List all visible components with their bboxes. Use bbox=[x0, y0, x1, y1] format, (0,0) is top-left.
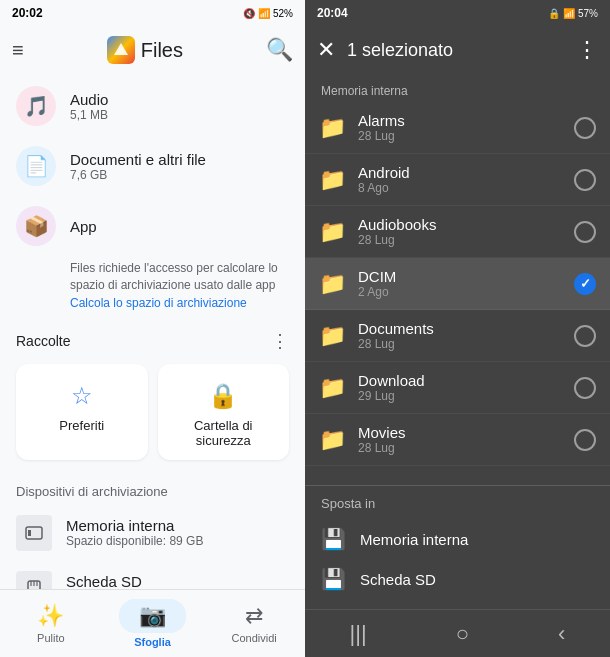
move-to-section: Sposta in 💾 Memoria interna 💾 Scheda SD bbox=[305, 485, 610, 609]
audio-icon: 🎵 bbox=[16, 86, 56, 126]
file-row-dcim[interactable]: 📁 DCIM 2 Ago bbox=[305, 258, 610, 310]
collection-preferiti-label: Preferiti bbox=[59, 418, 104, 433]
file-row-android[interactable]: 📁 Android 8 Ago bbox=[305, 154, 610, 206]
collections-header: Raccolte ⋮ bbox=[0, 318, 305, 358]
move-to-scheda-sd[interactable]: 💾 Scheda SD bbox=[321, 559, 594, 599]
collections-grid: ☆ Preferiti 🔒 Cartella di sicurezza bbox=[0, 358, 305, 472]
collection-cartella-sicurezza[interactable]: 🔒 Cartella di sicurezza bbox=[158, 364, 290, 460]
collection-preferiti[interactable]: ☆ Preferiti bbox=[16, 364, 148, 460]
status-icons-left: 🔇 📶 52% bbox=[243, 8, 293, 19]
file-name-alarms: Alarms bbox=[358, 112, 562, 129]
check-alarms[interactable] bbox=[574, 117, 596, 139]
folder-icon: 📁 bbox=[319, 427, 346, 453]
file-row-alarms[interactable]: 📁 Alarms 28 Lug bbox=[305, 102, 610, 154]
folder-icon: 📁 bbox=[319, 271, 346, 297]
memoria-move-name: Memoria interna bbox=[360, 531, 468, 548]
collections-title: Raccolte bbox=[16, 333, 70, 349]
docs-info: Documenti e altri file 7,6 GB bbox=[70, 151, 289, 182]
menu-icon[interactable]: ≡ bbox=[12, 39, 24, 62]
memoria-interna-icon bbox=[16, 515, 52, 551]
app-logo bbox=[107, 36, 135, 64]
storage-item-audio[interactable]: 🎵 Audio 5,1 MB bbox=[0, 76, 305, 136]
top-bar-left: ≡ Files 🔍 bbox=[0, 24, 305, 76]
more-options-button[interactable]: ⋮ bbox=[576, 37, 598, 63]
file-name-audiobooks: Audiobooks bbox=[358, 216, 562, 233]
left-panel: 20:02 🔇 📶 52% ≡ Files 🔍 🎵 Audio 5,1 MB bbox=[0, 0, 305, 657]
sparkle-icon: ✨ bbox=[37, 603, 64, 629]
file-row-movies[interactable]: 📁 Movies 28 Lug bbox=[305, 414, 610, 466]
scheda-move-icon: 💾 bbox=[321, 567, 346, 591]
close-button[interactable]: ✕ bbox=[317, 37, 335, 63]
docs-icon: 📄 bbox=[16, 146, 56, 186]
nav-sfoglia-label: Sfoglia bbox=[134, 636, 171, 648]
file-list: 📁 Alarms 28 Lug 📁 Android 8 Ago 📁 Audiob… bbox=[305, 102, 610, 485]
nav-back-button[interactable]: ‹ bbox=[550, 613, 573, 655]
move-to-label: Sposta in bbox=[321, 496, 594, 511]
check-download[interactable] bbox=[574, 377, 596, 399]
file-date-documents: 28 Lug bbox=[358, 337, 562, 351]
check-dcim[interactable] bbox=[574, 273, 596, 295]
app-permission-text: Files richiede l'accesso per calcolare l… bbox=[70, 260, 289, 294]
status-icons-right: 🔒 📶 57% bbox=[548, 8, 598, 19]
folder-icon: 📁 bbox=[319, 375, 346, 401]
file-name-dcim: DCIM bbox=[358, 268, 562, 285]
svg-rect-2 bbox=[28, 530, 31, 536]
file-row-download[interactable]: 📁 Download 29 Lug bbox=[305, 362, 610, 414]
top-bar-right: ✕ 1 selezionato ⋮ bbox=[305, 24, 610, 76]
check-movies[interactable] bbox=[574, 429, 596, 451]
lock-icon: 🔒 bbox=[208, 382, 238, 410]
file-row-documents[interactable]: 📁 Documents 28 Lug bbox=[305, 310, 610, 362]
file-info-alarms: Alarms 28 Lug bbox=[358, 112, 562, 143]
folder-icon: 📁 bbox=[319, 167, 346, 193]
file-info-documents: Documents 28 Lug bbox=[358, 320, 562, 351]
collections-more-icon[interactable]: ⋮ bbox=[271, 330, 289, 352]
move-to-memoria-interna[interactable]: 💾 Memoria interna bbox=[321, 519, 594, 559]
file-info-download: Download 29 Lug bbox=[358, 372, 562, 403]
right-section-label: Memoria interna bbox=[305, 76, 610, 102]
scheda-move-name: Scheda SD bbox=[360, 571, 436, 588]
audio-size: 5,1 MB bbox=[70, 108, 289, 122]
memoria-interna-info: Memoria interna Spazio disponibile: 89 G… bbox=[66, 517, 203, 548]
file-date-download: 29 Lug bbox=[358, 389, 562, 403]
file-name-download: Download bbox=[358, 372, 562, 389]
file-row-audiobooks[interactable]: 📁 Audiobooks 28 Lug bbox=[305, 206, 610, 258]
file-info-dcim: DCIM 2 Ago bbox=[358, 268, 562, 299]
check-documents[interactable] bbox=[574, 325, 596, 347]
nav-condividi[interactable]: ⇄ Condividi bbox=[203, 590, 305, 657]
status-time-left: 20:02 bbox=[12, 6, 43, 20]
check-audiobooks[interactable] bbox=[574, 221, 596, 243]
folder-icon: 📁 bbox=[319, 219, 346, 245]
nav-home-button[interactable]: ○ bbox=[448, 613, 477, 655]
svg-marker-0 bbox=[114, 43, 128, 55]
status-time-right: 20:04 bbox=[317, 6, 348, 20]
app-name: App bbox=[70, 218, 289, 235]
device-scheda-sd[interactable]: Scheda SD Spazio disponibile: 111 GB bbox=[0, 561, 305, 589]
docs-size: 7,6 GB bbox=[70, 168, 289, 182]
file-info-android: Android 8 Ago bbox=[358, 164, 562, 195]
search-button[interactable]: 🔍 bbox=[266, 37, 293, 63]
right-panel: 20:04 🔒 📶 57% ✕ 1 selezionato ⋮ Memoria … bbox=[305, 0, 610, 657]
memoria-interna-space: Spazio disponibile: 89 GB bbox=[66, 534, 203, 548]
device-memoria-interna[interactable]: Memoria interna Spazio disponibile: 89 G… bbox=[0, 505, 305, 561]
nav-recent-button[interactable]: ||| bbox=[342, 613, 375, 655]
audio-info: Audio 5,1 MB bbox=[70, 91, 289, 122]
file-name-movies: Movies bbox=[358, 424, 562, 441]
selection-title: 1 selezionato bbox=[347, 40, 564, 61]
storage-item-app[interactable]: 📦 App bbox=[0, 196, 305, 256]
file-date-alarms: 28 Lug bbox=[358, 129, 562, 143]
file-date-android: 8 Ago bbox=[358, 181, 562, 195]
folder-icon: 📁 bbox=[319, 323, 346, 349]
app-storage-link[interactable]: Calcola lo spazio di archiviazione bbox=[70, 296, 289, 310]
nav-sfoglia[interactable]: 📷 Sfoglia bbox=[102, 590, 204, 657]
devices-title: Dispositivi di archiviazione bbox=[0, 480, 305, 505]
file-info-audiobooks: Audiobooks 28 Lug bbox=[358, 216, 562, 247]
app-title: Files bbox=[141, 39, 183, 62]
left-content: 🎵 Audio 5,1 MB 📄 Documenti e altri file … bbox=[0, 76, 305, 589]
file-date-audiobooks: 28 Lug bbox=[358, 233, 562, 247]
storage-item-docs[interactable]: 📄 Documenti e altri file 7,6 GB bbox=[0, 136, 305, 196]
check-android[interactable] bbox=[574, 169, 596, 191]
nav-pulito[interactable]: ✨ Pulito bbox=[0, 590, 102, 657]
status-bar-right: 20:04 🔒 📶 57% bbox=[305, 0, 610, 24]
app-permission: Files richiede l'accesso per calcolare l… bbox=[0, 256, 305, 318]
browse-icon: 📷 bbox=[119, 599, 186, 633]
